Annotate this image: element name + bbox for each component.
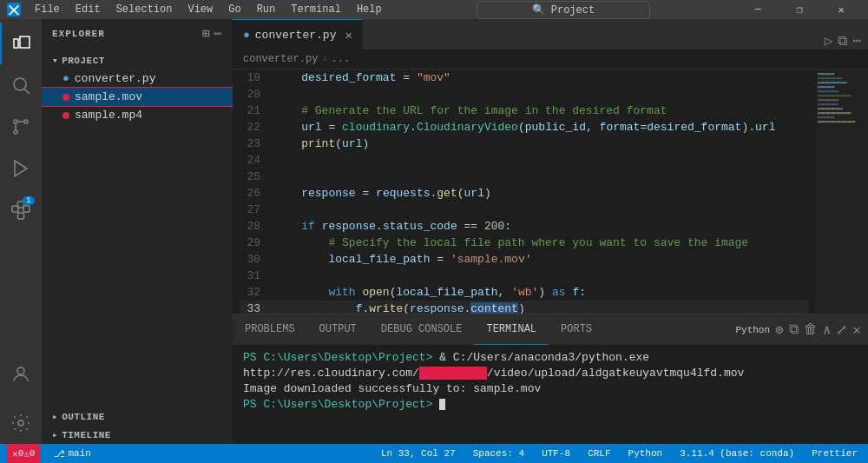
status-errors[interactable]: ✕ 0 ⚠ 0	[7, 444, 40, 463]
chevron-right-icon: ▸	[52, 411, 58, 422]
breadcrumb-ellipsis[interactable]: ...	[332, 53, 351, 65]
code-line-27: 27	[240, 202, 809, 218]
python-file-icon: ●	[243, 29, 250, 42]
editor-tab-converter[interactable]: ● converter.py ✕	[233, 19, 363, 50]
title-bar: File Edit Selection View Go Run Terminal…	[0, 0, 868, 19]
terminal-panel: PROBLEMS OUTPUT DEBUG CONSOLE TERMINAL P…	[233, 314, 868, 444]
status-bar: ✕ 0 ⚠ 0 ⎇ main Ln 33, Col 27 Spaces: 4 U…	[0, 444, 868, 463]
svg-point-2	[14, 120, 17, 123]
code-line-23: 23 print(url)	[240, 136, 809, 152]
status-position[interactable]: Ln 33, Col 27	[378, 448, 459, 459]
split-editor-icon[interactable]: ⧉	[838, 33, 847, 50]
code-content[interactable]: 19 desired_format = "mov" 20 21 # Genera…	[233, 69, 816, 314]
panel-tab-problems[interactable]: PROBLEMS	[233, 314, 307, 345]
tab-bar: ● converter.py ✕ ▷ ⧉ ⋯	[233, 19, 868, 50]
panel-tab-debug-console[interactable]: DEBUG CONSOLE	[369, 314, 475, 345]
code-line-33: 33 f.write(response.content)	[240, 301, 809, 314]
outline-section[interactable]: ▸ OUTLINE	[42, 407, 233, 426]
menu-run[interactable]: Run	[250, 2, 283, 17]
code-line-29: 29 # Specify the local file path where y…	[240, 235, 809, 251]
status-language[interactable]: Python	[625, 448, 667, 459]
breadcrumb: converter.py › ...	[233, 50, 868, 69]
svg-marker-5	[15, 161, 27, 176]
project-label[interactable]: ▾ PROJECT	[42, 51, 233, 69]
new-terminal-icon[interactable]: ⊕	[775, 321, 784, 339]
maximize-button[interactable]: ❐	[779, 0, 819, 19]
menu-terminal[interactable]: Terminal	[284, 2, 348, 17]
activity-settings[interactable]	[0, 402, 42, 444]
search-icon: 🔍	[532, 4, 545, 17]
code-line-25: 25	[240, 169, 809, 185]
menu-selection[interactable]: Selection	[109, 2, 180, 17]
activity-bar: 1	[0, 19, 42, 444]
split-terminal-icon[interactable]: ⧉	[789, 321, 799, 338]
code-line-32: 32 with open(local_file_path, 'wb') as f…	[240, 284, 809, 301]
file-item-sample-mov[interactable]: sample.mov	[42, 88, 233, 106]
close-panel-icon[interactable]: ✕	[852, 321, 861, 339]
status-prettier[interactable]: Prettier	[808, 448, 861, 459]
chevron-up-icon[interactable]: ∧	[823, 321, 832, 339]
activity-source-control[interactable]	[0, 106, 42, 148]
maximize-panel-icon[interactable]: ⤢	[836, 321, 847, 339]
status-line-ending[interactable]: CRLF	[584, 448, 614, 459]
timeline-section[interactable]: ▸ TIMELINE	[42, 426, 233, 444]
panel-tab-output[interactable]: OUTPUT	[307, 314, 369, 345]
run-icon[interactable]: ▷	[825, 32, 833, 50]
terminal-line-2: http://res.cloudinary.com/XXXXXXXXXX/vid…	[243, 366, 858, 381]
menu-file[interactable]: File	[28, 2, 67, 17]
close-button[interactable]: ✕	[821, 0, 861, 19]
file-icon: ●	[62, 72, 69, 85]
panel-tab-ports[interactable]: PORTS	[549, 314, 604, 345]
error-icon: ✕	[12, 448, 18, 460]
status-python-version[interactable]: 3.11.4 (base: conda)	[676, 448, 798, 459]
chevron-right-icon-2: ▸	[52, 429, 58, 440]
file-item-sample-mp4[interactable]: sample.mp4	[42, 106, 233, 124]
activity-account[interactable]	[0, 354, 42, 395]
activity-run-debug[interactable]	[0, 148, 42, 189]
code-line-22: 22 url = cloudinary.CloudinaryVideo(publ…	[240, 119, 809, 136]
svg-point-11	[18, 420, 23, 426]
menu-help[interactable]: Help	[350, 2, 389, 17]
menu-go[interactable]: Go	[221, 2, 247, 17]
tab-close-icon[interactable]: ✕	[345, 28, 352, 43]
svg-line-1	[25, 89, 30, 95]
sidebar-header: EXPLORER ⊞ ⋯	[42, 19, 233, 48]
minimize-button[interactable]: —	[738, 0, 778, 19]
status-encoding[interactable]: UTF-8	[538, 448, 574, 459]
more-actions-icon[interactable]: ⋯	[852, 32, 861, 50]
code-line-20: 20	[240, 86, 809, 103]
svg-rect-9	[18, 213, 24, 219]
svg-point-10	[17, 367, 24, 374]
file-modified-dot	[62, 94, 69, 101]
collapse-icon[interactable]: ⋯	[214, 26, 222, 41]
file-item-converter[interactable]: ● converter.py	[42, 69, 233, 88]
code-line-26: 26 response = requests.get(url)	[240, 185, 809, 202]
activity-search[interactable]	[0, 64, 42, 106]
code-line-30: 30 local_file_path = 'sample.mov'	[240, 251, 809, 268]
panel-tab-bar: PROBLEMS OUTPUT DEBUG CONSOLE TERMINAL P…	[233, 314, 868, 345]
terminal-content[interactable]: PS C:\Users\Desktop\Project> & C:/Users/…	[233, 345, 868, 444]
panel-tab-terminal[interactable]: TERMINAL	[474, 314, 549, 345]
title-search[interactable]: 🔍 Project	[477, 1, 650, 19]
branch-icon: ⎇	[54, 448, 65, 460]
svg-point-3	[24, 120, 28, 123]
svg-point-4	[14, 130, 17, 134]
status-spaces[interactable]: Spaces: 4	[470, 448, 528, 459]
minimap: ████████████████ ███████████████████████…	[816, 69, 868, 314]
sidebar: EXPLORER ⊞ ⋯ ▾ PROJECT ● converter.py sa…	[42, 19, 233, 444]
app-icon	[7, 3, 21, 17]
terminal-line-3: Image downloaded successfully to: sample…	[243, 381, 858, 397]
code-line-31: 31	[240, 268, 809, 284]
code-line-21: 21 # Generate the URL for the image in t…	[240, 103, 809, 119]
terminal-line-4: PS C:\Users\Desktop\Project>	[243, 397, 858, 413]
activity-extensions[interactable]: 1	[0, 189, 42, 231]
menu-view[interactable]: View	[181, 2, 220, 17]
new-file-icon[interactable]: ⊞	[202, 26, 210, 41]
file-modified-dot-2	[62, 112, 69, 119]
trash-icon[interactable]: 🗑	[804, 321, 818, 338]
code-editor: 19 desired_format = "mov" 20 21 # Genera…	[233, 69, 868, 314]
menu-edit[interactable]: Edit	[69, 2, 108, 17]
status-branch[interactable]: ⎇ main	[50, 448, 94, 460]
breadcrumb-file[interactable]: converter.py	[243, 53, 318, 65]
activity-explorer[interactable]	[0, 23, 42, 64]
